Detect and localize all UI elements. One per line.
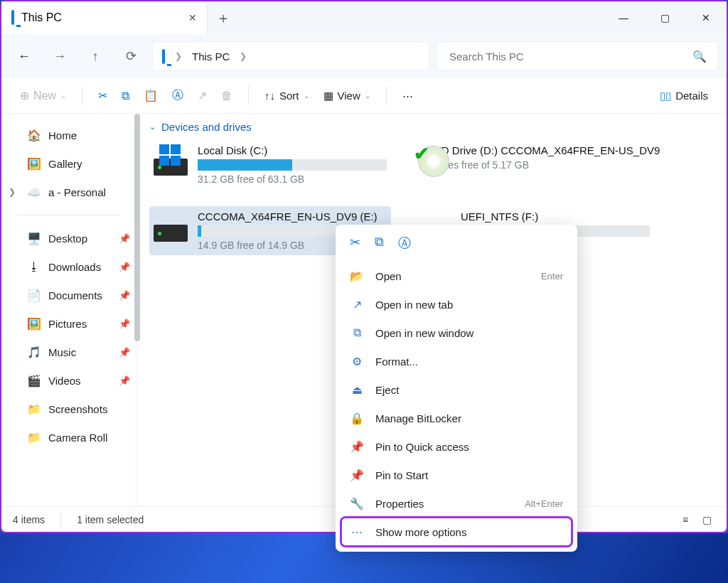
up-button[interactable]: ↑ — [81, 42, 109, 70]
folder-icon: 📁 — [27, 430, 41, 444]
pin-icon: 📌 — [119, 290, 130, 301]
usage-bar — [198, 159, 387, 171]
drive-name: CCCOMA_X64FRE_EN-US_DV9 (E:) — [198, 210, 387, 223]
copy-button[interactable]: ⧉ — [116, 84, 135, 108]
pin-icon: 📌 — [119, 375, 130, 386]
share-icon: ↗ — [198, 89, 207, 102]
tab-this-pc[interactable]: This PC ✕ — [1, 1, 208, 34]
context-item-label: Eject — [375, 384, 399, 396]
cut-button[interactable]: ✂ — [92, 84, 113, 108]
menu-icon: ⋯ — [350, 525, 364, 539]
view-button[interactable]: ▦ View ⌄ — [318, 84, 376, 108]
sidebar-item-label: Gallery — [48, 158, 82, 170]
sidebar-item-label: Documents — [48, 289, 102, 301]
context-item-pin-to-quick-access[interactable]: 📌Pin to Quick access — [341, 432, 572, 461]
tab-close-icon[interactable]: ✕ — [188, 12, 197, 23]
chevron-right-icon[interactable]: ❯ — [240, 51, 247, 61]
folder-icon: 🖼️ — [27, 316, 41, 331]
context-item-open[interactable]: 📂OpenEnter — [341, 262, 572, 290]
details-icon: ▯▯ — [660, 90, 671, 102]
delete-button[interactable]: 🗑 — [215, 84, 238, 108]
sidebar-item-pictures[interactable]: 🖼️Pictures📌 — [1, 309, 136, 338]
sidebar: 🏠Home🖼️Gallery❯☁️a - Personal 🖥️Desktop📌… — [1, 114, 136, 506]
context-item-label: Open in new tab — [375, 299, 453, 311]
ellipsis-icon: ⋯ — [402, 90, 413, 102]
sidebar-item-documents[interactable]: 📄Documents📌 — [1, 281, 136, 309]
folder-icon: 🎵 — [27, 345, 41, 359]
folder-icon: 📄 — [27, 288, 41, 302]
context-item-accelerator: Enter — [541, 271, 563, 282]
context-item-show-more-options[interactable]: ⋯Show more options — [341, 518, 572, 546]
list-view-button[interactable]: ≡ — [677, 513, 694, 527]
context-item-label: Properties — [375, 498, 424, 510]
context-item-properties[interactable]: 🔧PropertiesAlt+Enter — [341, 489, 572, 518]
context-item-format-[interactable]: ⚙Format... — [341, 347, 572, 375]
new-button[interactable]: ⊕ New ⌄ — [14, 84, 72, 108]
trash-icon: 🗑 — [221, 90, 232, 102]
sidebar-item-screenshots[interactable]: 📁Screenshots — [1, 395, 136, 423]
paste-button[interactable]: 📋 — [138, 84, 164, 108]
share-button[interactable]: ↗ — [192, 84, 213, 108]
context-item-eject[interactable]: ⏏Eject — [341, 375, 572, 404]
chevron-right-icon[interactable]: ❯ — [9, 187, 16, 197]
context-item-accelerator: Alt+Enter — [525, 498, 563, 509]
drive-item[interactable]: ✔DVD Drive (D:) CCCOMA_X64FRE_EN-US_DV90… — [412, 140, 654, 189]
sidebar-item-home[interactable]: 🏠Home — [1, 121, 136, 149]
refresh-button[interactable]: ⟳ — [117, 42, 145, 70]
context-item-pin-to-start[interactable]: 📌Pin to Start — [341, 461, 572, 489]
tiles-view-button[interactable]: ▢ — [698, 513, 715, 527]
chevron-down-icon: ⌄ — [304, 92, 309, 100]
context-item-manage-bitlocker[interactable]: 🔒Manage BitLocker — [341, 404, 572, 432]
back-button[interactable]: ← — [10, 42, 38, 70]
sort-button[interactable]: ↑↓ Sort ⌄ — [259, 84, 315, 108]
search-icon[interactable]: 🔍 — [692, 50, 707, 63]
copy-icon[interactable]: ⧉ — [375, 235, 384, 252]
context-item-label: Open — [375, 270, 402, 282]
context-item-open-in-new-tab[interactable]: ↗Open in new tab — [341, 290, 572, 319]
sidebar-item-label: Desktop — [48, 232, 87, 245]
sidebar-item-gallery[interactable]: 🖼️Gallery — [1, 149, 136, 178]
context-item-label: Format... — [375, 355, 418, 368]
search-bar[interactable]: 🔍 — [437, 41, 718, 71]
rename-icon[interactable]: Ⓐ — [398, 235, 411, 252]
close-button[interactable]: ✕ — [685, 1, 727, 34]
sidebar-item-label: Music — [48, 346, 76, 358]
sidebar-item-music[interactable]: 🎵Music📌 — [1, 338, 136, 366]
folder-icon: 🎬 — [27, 373, 41, 387]
more-button[interactable]: ⋯ — [397, 84, 419, 108]
sidebar-item-videos[interactable]: 🎬Videos📌 — [1, 366, 136, 395]
context-item-label: Pin to Quick access — [375, 441, 469, 453]
maximize-button[interactable]: ▢ — [644, 1, 685, 34]
folder-icon: ⭳ — [27, 260, 41, 274]
drive-item[interactable]: Local Disk (C:)31.2 GB free of 63.1 GB — [149, 140, 391, 189]
sidebar-item-downloads[interactable]: ⭳Downloads📌 — [1, 252, 136, 281]
sidebar-item-a---personal[interactable]: ❯☁️a - Personal — [1, 178, 136, 206]
context-item-label: Show more options — [375, 526, 466, 538]
folder-icon: ☁️ — [27, 185, 41, 199]
folder-icon: 🏠 — [27, 128, 41, 142]
toolbar: ⊕ New ⌄ ✂ ⧉ 📋 Ⓐ ↗ 🗑 ↑↓ Sort ⌄ ▦ View ⌄ ⋯… — [1, 78, 727, 114]
section-header-devices[interactable]: ⌄ Devices and drives — [149, 121, 714, 133]
rename-button[interactable]: Ⓐ — [166, 84, 189, 108]
breadcrumb[interactable]: This PC — [192, 50, 230, 63]
sidebar-item-desktop[interactable]: 🖥️Desktop📌 — [1, 224, 136, 252]
details-pane-button[interactable]: ▯▯ Details — [654, 84, 714, 108]
forward-button[interactable]: → — [46, 42, 74, 70]
minimize-button[interactable]: — — [603, 1, 644, 34]
address-bar[interactable]: ❯ This PC ❯ — [152, 41, 429, 71]
new-tab-button[interactable]: ＋ — [208, 1, 239, 34]
divider — [17, 215, 120, 215]
drive-name: Local Disk (C:) — [198, 144, 387, 156]
context-menu: ✂ ⧉ Ⓐ 📂OpenEnter↗Open in new tab⧉Open in… — [336, 225, 577, 552]
context-item-open-in-new-window[interactable]: ⧉Open in new window — [341, 319, 572, 347]
search-input[interactable] — [448, 50, 692, 63]
sidebar-item-label: Home — [48, 129, 77, 141]
view-icon: ▦ — [323, 90, 333, 102]
cut-icon[interactable]: ✂ — [350, 235, 360, 252]
sidebar-item-label: Videos — [48, 375, 81, 387]
menu-icon: 🔧 — [350, 497, 364, 510]
context-item-label: Pin to Start — [375, 469, 428, 481]
sort-icon: ↑↓ — [264, 90, 275, 102]
scissors-icon: ✂ — [98, 89, 107, 102]
sidebar-item-camera-roll[interactable]: 📁Camera Roll — [1, 423, 136, 451]
